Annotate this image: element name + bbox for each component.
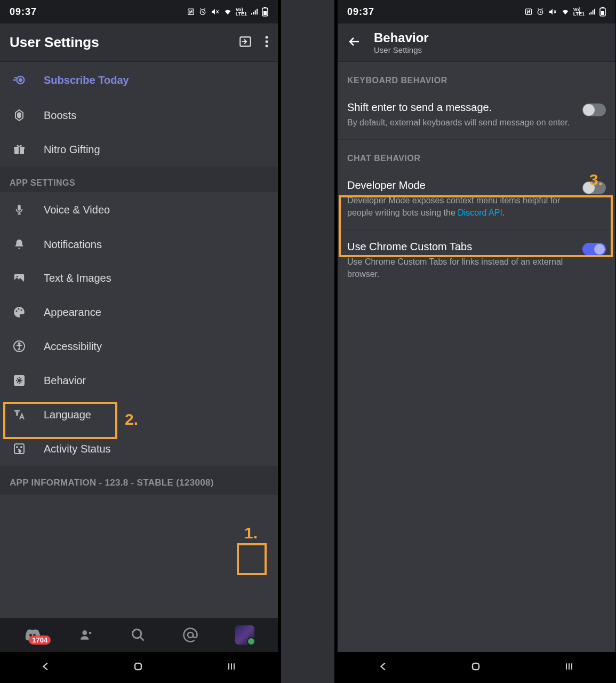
phone-left: 09:37 Vo)LTE1 User Settings Subscribe To: [0, 0, 278, 683]
svg-text:?: ?: [19, 449, 21, 454]
activity-status-item[interactable]: ? Activity Status: [0, 432, 278, 466]
svg-rect-31: [135, 663, 141, 670]
svg-point-19: [21, 309, 22, 311]
subscribe-today-item[interactable]: Subscribe Today: [0, 62, 278, 98]
status-bar-right: 09:37 Vo)LTE1: [338, 0, 615, 23]
status-icons: Vo)LTE1: [187, 7, 268, 17]
appearance-item[interactable]: Appearance: [0, 295, 278, 329]
shift-enter-desc: By default, external keyboards will send…: [347, 117, 573, 129]
text-images-label: Text & Images: [44, 272, 111, 284]
page-title: User Settings: [10, 34, 99, 51]
svg-point-7: [266, 40, 268, 43]
shift-enter-title: Shift enter to send a message.: [347, 101, 573, 114]
translate-icon: [10, 408, 29, 421]
app-information-header: APP INFORMATION - 123.8 - STABLE (123008…: [0, 466, 278, 495]
nav-badge: 1704: [29, 636, 51, 645]
shift-enter-row[interactable]: Shift enter to send a message. By defaul…: [338, 91, 615, 140]
dev-mode-toggle[interactable]: [582, 181, 606, 194]
discord-api-link[interactable]: Discord API: [458, 208, 502, 217]
svg-point-18: [18, 308, 20, 310]
svg-rect-3: [264, 7, 266, 8]
text-images-item[interactable]: Text & Images: [0, 261, 278, 295]
accessibility-item[interactable]: Accessibility: [0, 329, 278, 363]
svg-point-28: [82, 630, 87, 635]
settings-content[interactable]: Subscribe Today Boosts Nitro Gifting APP…: [0, 62, 278, 618]
svg-point-25: [17, 447, 18, 448]
settings-header: User Settings: [0, 23, 278, 62]
bell-icon: [10, 238, 29, 251]
gifting-label: Nitro Gifting: [44, 144, 100, 156]
voice-video-item[interactable]: Voice & Video: [0, 192, 278, 227]
activity-icon: ?: [10, 442, 29, 455]
svg-point-23: [18, 379, 21, 382]
accessibility-label: Accessibility: [44, 340, 102, 353]
clock-right: 09:37: [347, 6, 374, 18]
subscribe-label: Subscribe Today: [44, 74, 129, 86]
svg-point-8: [266, 44, 268, 47]
behavior-header: Behavior User Settings: [338, 23, 615, 62]
chrome-tabs-row[interactable]: Use Chrome Custom Tabs Use Chrome Custom…: [338, 230, 615, 291]
svg-rect-14: [18, 205, 21, 211]
shift-enter-toggle[interactable]: [582, 104, 606, 116]
mute-icon: [548, 7, 557, 16]
status-icons-right: Vo)LTE1: [524, 7, 606, 17]
sysnav-home-icon[interactable]: [469, 660, 482, 675]
behavior-content[interactable]: KEYBOARD BEHAVIOR Shift enter to send a …: [338, 62, 615, 652]
clock: 09:37: [10, 6, 37, 18]
wifi-icon: [561, 7, 570, 16]
svg-point-21: [19, 343, 20, 345]
nav-search-icon[interactable]: [131, 628, 146, 642]
dev-desc-pre: Developer Mode exposes context menu item…: [347, 196, 560, 217]
sysnav-back-icon[interactable]: [378, 661, 389, 674]
notifications-item[interactable]: Notifications: [0, 227, 278, 261]
keyboard-behavior-header: KEYBOARD BEHAVIOR: [338, 62, 615, 91]
nav-profile-avatar[interactable]: [235, 625, 254, 645]
export-icon[interactable]: [238, 35, 252, 51]
nitro-gifting-item[interactable]: Nitro Gifting: [0, 132, 278, 166]
chrome-tabs-desc: Use Chrome Custom Tabs for links instead…: [347, 256, 573, 280]
svg-point-17: [16, 311, 18, 312]
wifi-icon: [223, 7, 233, 16]
developer-mode-row[interactable]: Developer Mode Developer Mode exposes co…: [338, 169, 615, 230]
boosts-item[interactable]: Boosts: [0, 98, 278, 132]
system-nav-right: [338, 652, 615, 683]
nitro-icon: [10, 73, 29, 88]
behavior-item[interactable]: Behavior: [0, 363, 278, 398]
sysnav-home-icon[interactable]: [132, 660, 145, 675]
svg-point-26: [21, 447, 22, 448]
svg-rect-36: [601, 11, 604, 15]
overflow-menu-icon[interactable]: [265, 35, 268, 50]
svg-point-29: [133, 630, 141, 638]
svg-point-10: [19, 79, 22, 82]
app-settings-header: APP SETTINGS: [0, 166, 278, 192]
language-label: Language: [44, 409, 91, 421]
mic-icon: [10, 203, 29, 217]
mute-icon: [210, 7, 220, 16]
svg-point-30: [188, 632, 193, 638]
sysnav-recents-icon[interactable]: [225, 661, 238, 674]
language-item[interactable]: Language: [0, 398, 278, 432]
status-bar: 09:37 Vo)LTE1: [0, 0, 278, 23]
nfc-icon: [187, 7, 195, 16]
svg-point-16: [17, 275, 18, 277]
avatar-icon: [235, 625, 254, 645]
notifications-label: Notifications: [44, 239, 102, 251]
bottom-nav: 1704: [0, 618, 278, 652]
nav-mentions-icon[interactable]: [182, 627, 198, 643]
back-arrow-icon[interactable]: [347, 35, 362, 50]
image-icon: [10, 273, 29, 284]
cog-square-icon: [10, 374, 29, 387]
nav-friends-icon[interactable]: [78, 628, 94, 642]
gift-icon: [10, 143, 29, 156]
chrome-tabs-toggle[interactable]: [582, 243, 606, 256]
battery-icon: [262, 7, 268, 17]
battery-icon: [599, 7, 606, 17]
activity-label: Activity Status: [44, 443, 111, 455]
sysnav-back-icon[interactable]: [40, 661, 52, 674]
boost-icon: [10, 109, 29, 122]
sysnav-recents-icon[interactable]: [563, 661, 575, 674]
nav-discord-icon[interactable]: 1704: [23, 628, 42, 642]
chrome-tabs-title: Use Chrome Custom Tabs: [347, 241, 573, 253]
volte-icon: Vo)LTE1: [236, 7, 247, 16]
dev-mode-desc: Developer Mode exposes context menu item…: [347, 195, 573, 219]
